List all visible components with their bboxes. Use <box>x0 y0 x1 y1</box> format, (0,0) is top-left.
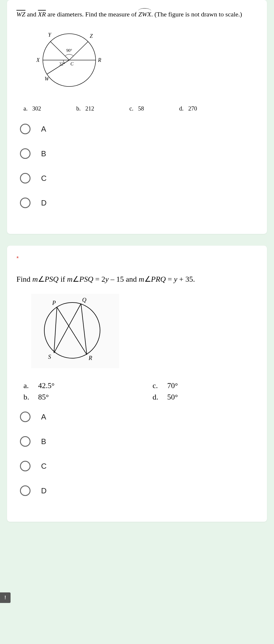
label-z: Z <box>90 33 93 39</box>
q2-choice-a: a.42.5° <box>23 380 153 391</box>
circle-diagram-1: Y Z X R W C 90° 32° <box>31 28 107 92</box>
radio-icon <box>20 198 31 208</box>
radio-label: A <box>41 125 46 134</box>
q1-option-a[interactable]: A <box>16 124 258 134</box>
svg-line-6 <box>54 307 57 353</box>
radio-icon <box>20 148 31 159</box>
q2-choice-b: b.85° <box>23 391 153 403</box>
label-q: Q <box>82 297 87 303</box>
q1-prompt: WZ and XR are diameters. Find the measur… <box>16 9 258 19</box>
label-w: W <box>45 76 50 82</box>
q2-choice-c: c.70° <box>153 380 178 391</box>
radio-icon <box>20 124 31 134</box>
label-c: C <box>70 61 74 66</box>
radio-icon <box>20 461 31 471</box>
q2-radio-group: A B C D <box>16 412 258 496</box>
q2-answer-choices: a.42.5° b.85° c.70° d.50° <box>16 380 258 403</box>
q2-option-c[interactable]: C <box>16 461 258 471</box>
radio-label: D <box>41 198 47 208</box>
radio-icon <box>20 436 31 447</box>
q1-figure: Y Z X R W C 90° 32° <box>31 28 258 94</box>
radio-label: B <box>41 437 46 446</box>
circle-diagram-2: P Q S R <box>34 297 110 364</box>
radio-label: A <box>41 412 46 422</box>
q1-radio-group: A B C D <box>16 124 258 208</box>
q2-choice-d: d.50° <box>153 391 178 403</box>
radio-label: C <box>41 174 47 183</box>
q2-option-b[interactable]: B <box>16 436 258 447</box>
angle-32: 32° <box>59 62 65 66</box>
radio-label: D <box>41 486 47 495</box>
radio-label: B <box>41 149 46 158</box>
label-x: X <box>36 57 40 63</box>
q1-option-c[interactable]: C <box>16 173 258 183</box>
q2-option-a[interactable]: A <box>16 412 258 422</box>
radio-icon <box>20 412 31 422</box>
label-y: Y <box>48 32 52 38</box>
question-1-card: WZ and XR are diameters. Find the measur… <box>7 0 267 234</box>
q2-figure: P Q S R <box>31 294 119 368</box>
label-r: R <box>98 57 101 63</box>
q1-answer-choices: a.302 b.212 c.58 d.270 <box>16 105 258 112</box>
svg-line-8 <box>54 304 81 353</box>
question-2-card: * Find m∠PSQ if m∠PSQ = 2y – 15 and m∠PR… <box>7 246 267 522</box>
label-r2: R <box>88 355 92 361</box>
radio-icon <box>20 485 31 496</box>
angle-90: 90° <box>66 48 72 53</box>
segment-wz: WZ <box>16 11 26 18</box>
label-p: P <box>52 300 56 306</box>
q1-option-b[interactable]: B <box>16 148 258 159</box>
svg-point-5 <box>44 303 100 358</box>
segment-xr: XR <box>38 11 46 18</box>
required-indicator: * <box>16 255 258 262</box>
q1-choice-b: b.212 <box>76 105 94 112</box>
q1-option-d[interactable]: D <box>16 198 258 208</box>
arc-zwx: ZWX <box>138 9 151 19</box>
q1-choice-d: d.270 <box>179 105 197 112</box>
q2-prompt: Find m∠PSQ if m∠PSQ = 2y – 15 and m∠PRQ … <box>16 273 258 285</box>
svg-line-4 <box>47 60 69 74</box>
q2-option-d[interactable]: D <box>16 485 258 496</box>
q1-choice-a: a.302 <box>23 105 41 112</box>
radio-label: C <box>41 462 47 471</box>
label-s: S <box>48 354 51 360</box>
q1-choice-c: c.58 <box>129 105 144 112</box>
radio-icon <box>20 173 31 183</box>
